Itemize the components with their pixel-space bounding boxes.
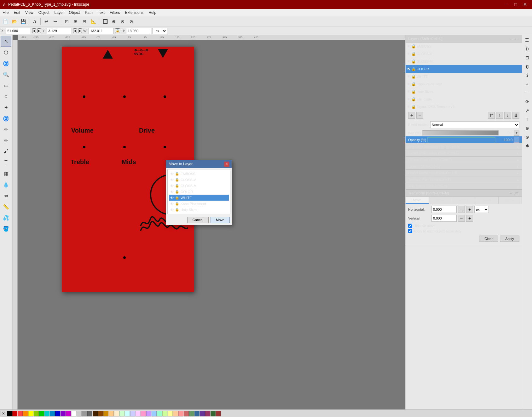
layer-eye-icon[interactable]: 👁 [407, 59, 411, 64]
open-btn[interactable]: 📂 [10, 17, 18, 26]
palette-color-swatch[interactable] [146, 411, 151, 416]
text-tool[interactable]: T [1, 157, 11, 168]
x-input[interactable] [6, 28, 31, 34]
dialog-close-button[interactable]: × [224, 162, 229, 167]
dialog-move-button[interactable]: Move [211, 217, 230, 223]
ri-zoom-in-btn[interactable]: + [523, 80, 531, 88]
palette-color-swatch[interactable] [7, 411, 12, 416]
layer-row[interactable]: 👁 🔒 GLOSS-M [406, 58, 522, 65]
palette-color-swatch[interactable] [28, 411, 33, 416]
snap-nodes-btn[interactable]: ⊕ [110, 17, 118, 26]
select-tool[interactable]: ↖ [1, 36, 11, 47]
relative-move-checkbox[interactable] [408, 224, 412, 228]
palette-color-swatch[interactable] [93, 411, 98, 416]
layer-eye-icon[interactable]: 👁 [407, 44, 411, 49]
layer-lock-icon[interactable]: 🔒 [411, 52, 416, 56]
layer-row[interactable]: 👁 🔒 Tayda-125B-TemplateV3 [406, 103, 522, 111]
tab-move[interactable]: Move [406, 197, 429, 204]
layer-eye-icon[interactable]: 👁 [407, 89, 411, 94]
palette-color-swatch[interactable] [189, 411, 194, 416]
palette-no-fill[interactable]: ✕ [1, 411, 6, 416]
palette-color-swatch[interactable] [12, 411, 17, 416]
layer-row[interactable]: 👁 🔒 GLOSS-V [406, 50, 522, 58]
snap-extra-btn[interactable]: ⊘ [127, 17, 136, 26]
layer-eye-icon[interactable]: 👁 [407, 97, 411, 101]
measure-tool[interactable]: 📏 [1, 201, 11, 212]
xml-section-header[interactable]: XML Editor (Shift+Ctrl+X) ▲ [406, 183, 522, 189]
x-inc[interactable]: ▶ [37, 28, 41, 33]
menu-text[interactable]: Text [95, 9, 107, 16]
menu-object[interactable]: Object [36, 9, 52, 16]
opacity-dec-btn[interactable]: – [514, 137, 519, 143]
ri-extra3-btn[interactable]: ✱ [523, 142, 531, 150]
tweak-tool[interactable]: 🌀 [1, 58, 11, 69]
zoom-page-btn[interactable]: 📐 [89, 17, 97, 26]
layer-row[interactable]: 👁 🔒 WHITE [406, 73, 522, 80]
zoom-fit-btn[interactable]: ⊡ [63, 17, 71, 26]
minimize-button[interactable]: – [502, 1, 511, 8]
zoom-drawing-btn[interactable]: ⊞ [72, 17, 80, 26]
palette-color-swatch[interactable] [216, 411, 221, 416]
menu-filters[interactable]: Filters [107, 9, 123, 16]
node-tool[interactable]: ⬡ [1, 47, 11, 58]
palette-color-swatch[interactable] [77, 411, 82, 416]
layer-eye-icon[interactable]: 👁 [407, 52, 411, 56]
close-button[interactable]: ✕ [521, 1, 529, 8]
horizontal-inc-btn[interactable]: + [466, 206, 473, 213]
layer-eye-icon[interactable]: 👁 [407, 74, 411, 79]
ri-extra1-btn[interactable]: ⊕ [523, 124, 531, 132]
blend-mode-select[interactable]: Normal Multiply Screen Overlay [430, 121, 519, 128]
layers-panel-expand[interactable]: □ [514, 36, 519, 41]
palette-color-swatch[interactable] [50, 411, 55, 416]
layer-lock-icon[interactable]: 🔒 [411, 89, 416, 94]
connector-tool[interactable]: ⇔ [1, 190, 11, 201]
menu-object2[interactable]: Object [66, 9, 83, 16]
layer-up-btn[interactable]: ↑ [496, 112, 503, 119]
palette-color-swatch[interactable] [103, 411, 108, 416]
layers-panel-header[interactable]: Layers (Shift+Ctrl+L) – □ [406, 35, 522, 43]
calligraphy-tool[interactable]: 🖌 [1, 146, 11, 157]
palette-color-swatch[interactable] [44, 411, 49, 416]
horizontal-input[interactable] [431, 206, 457, 213]
delete-layer-btn[interactable]: – [416, 112, 423, 119]
pencil-tool[interactable]: ✏ [1, 135, 11, 146]
palette-color-swatch[interactable] [157, 411, 162, 416]
x-dec[interactable]: ◀ [32, 28, 36, 33]
palette-color-swatch[interactable] [211, 411, 216, 416]
palette-color-swatch[interactable] [61, 411, 66, 416]
ri-obj-props-btn[interactable]: ℹ [523, 71, 531, 79]
palette-color-swatch[interactable] [39, 411, 44, 416]
palette-color-swatch[interactable] [71, 411, 76, 416]
w-input[interactable] [89, 28, 114, 34]
spiral-tool[interactable]: 🌀 [1, 113, 11, 124]
menu-extensions[interactable]: Extensions [123, 9, 146, 16]
save-btn[interactable]: 💾 [19, 17, 27, 26]
add-layer-btn[interactable]: + [408, 112, 415, 119]
menu-path[interactable]: Path [82, 9, 95, 16]
opacity-bar[interactable] [427, 137, 495, 142]
text-font-section-header[interactable]: Text and Font (Shift+Ctrl+T) ▲ [406, 176, 522, 183]
layer-down-bottom-btn[interactable]: ⇊ [512, 112, 519, 119]
ri-align-btn[interactable]: ⊟ [523, 54, 531, 62]
canvas-area[interactable]: -325 -275 -225 -175 -125 -75 -25 25 75 1… [13, 35, 405, 409]
dialog-list-item[interactable]: 👁 🔒 GLOSS-V [169, 177, 229, 183]
layer-row[interactable]: 👁 🔒 Hole Sizes [406, 88, 522, 95]
apply-button[interactable]: Apply [500, 236, 519, 242]
y-input[interactable] [47, 28, 72, 34]
tab-rotate[interactable]: Rotate [452, 197, 476, 204]
layer-eye-icon[interactable]: 👁 [407, 105, 411, 109]
ri-text-font-btn[interactable]: T [523, 115, 531, 123]
layer-row[interactable]: 👁 🔒 Knob Placement [406, 80, 522, 88]
print-btn[interactable]: 🖨 [31, 17, 39, 26]
y-dec[interactable]: ◀ [73, 28, 77, 33]
palette-color-swatch[interactable] [141, 411, 146, 416]
snap-btn[interactable]: 🔲 [101, 17, 109, 26]
layer-eye-icon[interactable]: 👁 [407, 82, 411, 86]
ri-zoom-out-btn[interactable]: − [523, 89, 531, 97]
palette-color-swatch[interactable] [162, 411, 167, 416]
layer-lock-icon[interactable]: 🔒 [411, 59, 416, 64]
ri-fill-btn[interactable]: ◐ [523, 62, 531, 71]
fill-tool[interactable]: 🪣 [1, 223, 11, 234]
layer-down-btn[interactable]: ↓ [504, 112, 511, 119]
transform-panel-header[interactable]: Transform (Shift+Ctrl+M) – □ [406, 190, 522, 197]
